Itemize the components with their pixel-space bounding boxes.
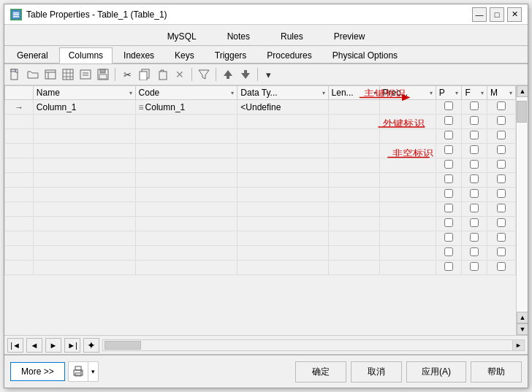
row-datatype[interactable] [238, 173, 328, 188]
tab-physical-options[interactable]: Physical Options [323, 47, 407, 63]
scroll-up[interactable]: ▲ [517, 85, 528, 97]
row-code[interactable] [135, 173, 238, 188]
row-mandatory[interactable] [487, 261, 516, 275]
toolbar-copy[interactable] [137, 66, 153, 82]
row-fk[interactable] [462, 231, 487, 246]
tab-indexes[interactable]: Indexes [114, 47, 164, 63]
row-pk[interactable] [436, 129, 462, 144]
mandatory-checkbox[interactable] [497, 247, 506, 256]
row-mandatory[interactable] [487, 231, 516, 246]
tab-procedures[interactable]: Procedures [257, 47, 321, 63]
fk-checkbox[interactable] [470, 145, 479, 154]
row-length[interactable] [328, 144, 379, 158]
nav-prev[interactable]: ◄ [26, 338, 42, 353]
nav-first[interactable]: |◄ [7, 338, 23, 353]
pk-checkbox[interactable] [444, 160, 453, 169]
apply-button[interactable]: 应用(A) [406, 361, 466, 383]
row-pk[interactable] [436, 246, 462, 261]
row-mandatory[interactable] [487, 158, 516, 173]
row-code[interactable] [135, 261, 238, 275]
tab-keys[interactable]: Keys [165, 47, 204, 63]
row-datatype[interactable] [238, 231, 328, 246]
nav-next[interactable]: ► [45, 338, 61, 353]
mandatory-checkbox[interactable] [497, 233, 506, 242]
mandatory-checkbox[interactable] [497, 116, 506, 125]
row-pk[interactable] [436, 231, 462, 246]
row-datatype[interactable] [238, 261, 328, 275]
row-length[interactable] [328, 129, 379, 144]
row-length[interactable] [328, 115, 379, 129]
row-mandatory[interactable] [487, 217, 516, 231]
row-precision[interactable] [379, 188, 436, 202]
sort-fk[interactable]: ▾ [481, 90, 484, 96]
fk-checkbox[interactable] [470, 101, 479, 110]
row-precision[interactable] [379, 217, 436, 231]
mandatory-checkbox[interactable] [497, 160, 506, 169]
scroll-down-2[interactable]: ▼ [517, 323, 528, 335]
row-name[interactable] [33, 246, 135, 261]
pk-checkbox[interactable] [444, 116, 453, 125]
row-name[interactable] [33, 158, 135, 173]
row-length[interactable] [328, 231, 379, 246]
tab-notes[interactable]: Notes [212, 28, 265, 45]
row-precision[interactable] [379, 261, 436, 275]
fk-checkbox[interactable] [470, 189, 479, 198]
row-mandatory[interactable] [487, 129, 516, 144]
row-pk[interactable] [436, 158, 462, 173]
fk-checkbox[interactable] [470, 262, 479, 271]
fk-checkbox[interactable] [470, 174, 479, 183]
pk-checkbox[interactable] [444, 233, 453, 242]
mandatory-checkbox[interactable] [497, 189, 506, 198]
row-name[interactable] [33, 115, 135, 129]
row-fk[interactable] [462, 202, 487, 217]
col-header-mandatory[interactable]: M▾ [487, 86, 516, 100]
tab-preview[interactable]: Preview [319, 28, 381, 45]
mandatory-checkbox[interactable] [497, 101, 506, 110]
row-precision[interactable] [379, 231, 436, 246]
toolbar-more[interactable]: ▾ [262, 66, 275, 82]
pk-checkbox[interactable] [444, 218, 453, 227]
row-datatype[interactable] [238, 144, 328, 158]
row-name[interactable] [33, 129, 135, 144]
row-length[interactable] [328, 217, 379, 231]
row-precision[interactable] [379, 100, 436, 115]
pk-checkbox[interactable] [444, 101, 453, 110]
pk-checkbox[interactable] [444, 204, 453, 212]
row-fk[interactable] [462, 173, 487, 188]
row-code[interactable] [135, 217, 238, 231]
row-mandatory[interactable] [487, 246, 516, 261]
tab-rules[interactable]: Rules [265, 28, 319, 45]
mandatory-checkbox[interactable] [497, 204, 506, 212]
row-name[interactable] [33, 202, 135, 217]
row-datatype[interactable] [238, 115, 328, 129]
tab-columns[interactable]: Columns [59, 47, 113, 64]
row-precision[interactable] [379, 115, 436, 129]
row-precision[interactable] [379, 173, 436, 188]
toolbar-filter[interactable] [196, 66, 212, 82]
row-length[interactable] [328, 188, 379, 202]
row-name[interactable] [33, 231, 135, 246]
sort-precision[interactable]: ▾ [430, 90, 433, 96]
row-name[interactable] [33, 217, 135, 231]
row-fk[interactable] [462, 144, 487, 158]
pk-checkbox[interactable] [444, 189, 453, 198]
close-button[interactable]: ✕ [507, 7, 522, 22]
row-name[interactable] [33, 144, 135, 158]
toolbar-props[interactable] [42, 66, 58, 82]
mandatory-checkbox[interactable] [497, 218, 506, 227]
row-length[interactable] [328, 261, 379, 275]
fk-checkbox[interactable] [470, 233, 479, 242]
sort-datatype[interactable]: ▾ [322, 90, 325, 96]
mandatory-checkbox[interactable] [497, 262, 506, 271]
row-datatype[interactable] [238, 217, 328, 231]
tab-general[interactable]: General [7, 47, 58, 63]
row-pk[interactable] [436, 173, 462, 188]
row-code[interactable] [135, 202, 238, 217]
row-precision[interactable] [379, 129, 436, 144]
scroll-track[interactable] [517, 97, 528, 312]
print-button[interactable] [68, 361, 88, 382]
row-length[interactable] [328, 173, 379, 188]
horizontal-scrollbar[interactable]: ► [102, 339, 525, 351]
row-length[interactable] [328, 246, 379, 261]
col-header-length[interactable]: Len... ▾ [328, 86, 379, 100]
